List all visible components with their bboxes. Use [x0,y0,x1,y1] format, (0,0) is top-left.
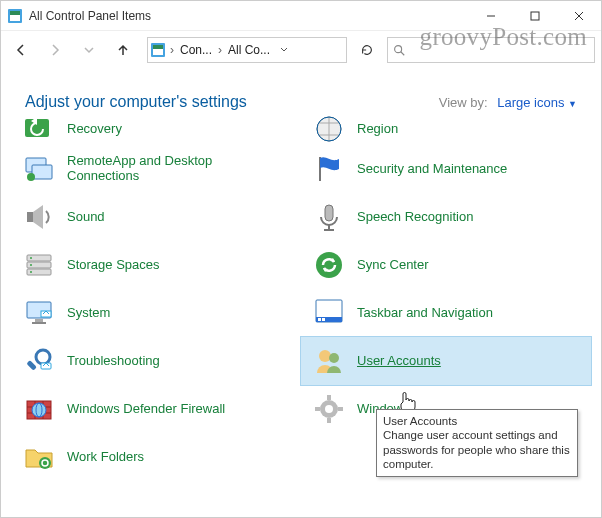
item-label: System [67,306,110,321]
item-label: User Accounts [357,354,441,369]
titlebar-left: All Control Panel Items [7,8,151,24]
item-troubleshooting[interactable]: Troubleshooting [11,337,301,385]
svg-rect-2 [10,11,20,15]
svg-point-17 [27,173,35,181]
item-security-maintenance[interactable]: Security and Maintenance [301,145,591,193]
svg-point-27 [30,264,32,266]
view-by: View by: Large icons ▼ [439,95,577,110]
item-user-accounts[interactable]: User Accounts [301,337,591,385]
breadcrumb-dropdown[interactable] [274,43,294,57]
svg-rect-32 [32,322,46,324]
minimize-button[interactable] [469,1,513,31]
item-label: Storage Spaces [67,258,160,273]
folder-sync-icon [23,441,55,473]
svg-point-38 [36,350,50,364]
item-system[interactable]: System [11,289,301,337]
svg-rect-36 [318,318,321,321]
svg-rect-55 [338,407,343,411]
chevron-down-icon: ▼ [568,98,577,108]
item-label: RemoteApp and Desktop Connections [67,154,257,184]
breadcrumb[interactable]: › Con... › All Co... [147,37,347,63]
sync-icon [313,249,345,281]
item-label: Sound [67,210,105,225]
item-label: Sync Center [357,258,429,273]
search-input[interactable] [387,37,595,63]
tooltip-body: Change user account settings and passwor… [383,428,571,471]
item-taskbar-navigation[interactable]: Taskbar and Navigation [301,289,591,337]
speaker-icon [23,201,55,233]
svg-point-41 [319,350,331,362]
svg-point-10 [395,46,402,53]
page-title: Adjust your computer's settings [25,93,247,111]
svg-rect-54 [315,407,320,411]
svg-point-42 [329,353,339,363]
window-title: All Control Panel Items [29,9,151,23]
svg-rect-19 [27,212,33,222]
svg-rect-40 [41,363,51,369]
svg-rect-16 [32,165,52,179]
svg-rect-31 [35,319,43,322]
viewby-label: View by: [439,95,488,110]
item-windows-defender-firewall[interactable]: Windows Defender Firewall [11,385,301,433]
item-recovery[interactable]: Recovery [11,113,301,145]
svg-rect-39 [26,360,37,371]
item-sync-center[interactable]: Sync Center [301,241,591,289]
svg-point-28 [30,271,32,273]
chevron-right-icon[interactable]: › [216,43,224,57]
remoteapp-icon [23,153,55,185]
region-icon [313,113,345,145]
item-label: Windows Defender Firewall [67,402,225,417]
svg-line-11 [401,52,405,56]
chevron-right-icon[interactable]: › [168,43,176,57]
flag-icon [313,153,345,185]
svg-rect-20 [325,205,333,221]
viewby-dropdown[interactable]: Large icons ▼ [497,95,577,110]
item-label: Taskbar and Navigation [357,306,493,321]
back-button[interactable] [7,36,35,64]
item-label: Recovery [67,122,122,137]
recent-locations-button[interactable] [75,36,103,64]
item-label: Security and Maintenance [357,162,507,177]
microphone-icon [313,201,345,233]
item-region[interactable]: Region [301,113,591,145]
svg-rect-37 [322,318,325,321]
svg-rect-53 [327,418,331,423]
navbar: › Con... › All Co... [1,31,601,69]
firewall-icon [23,393,55,425]
maximize-button[interactable] [513,1,557,31]
taskbar-icon [313,297,345,329]
item-work-folders[interactable]: Work Folders [11,433,301,481]
tooltip: User Accounts Change user account settin… [376,409,578,477]
refresh-button[interactable] [353,37,381,63]
breadcrumb-item-current[interactable]: All Co... [224,43,274,57]
search-icon [392,43,406,57]
item-label: Work Folders [67,450,144,465]
svg-rect-9 [153,45,163,49]
breadcrumb-icon [148,40,168,60]
svg-point-26 [30,257,32,259]
users-icon [313,345,345,377]
recovery-icon [23,113,55,145]
item-storage-spaces[interactable]: Storage Spaces [11,241,301,289]
breadcrumb-item-root[interactable]: Con... [176,43,216,57]
svg-point-29 [316,252,342,278]
forward-button[interactable] [41,36,69,64]
close-button[interactable] [557,1,601,31]
storage-icon [23,249,55,281]
window-buttons [469,1,601,31]
gear-icon [313,393,345,425]
svg-rect-33 [41,311,51,317]
item-remoteapp[interactable]: RemoteApp and Desktop Connections [11,145,301,193]
item-label: Speech Recognition [357,210,473,225]
svg-point-48 [32,403,46,417]
item-speech-recognition[interactable]: Speech Recognition [301,193,591,241]
item-label: Region [357,122,398,137]
item-sound[interactable]: Sound [11,193,301,241]
svg-rect-52 [327,395,331,400]
troubleshooting-icon [23,345,55,377]
svg-point-56 [39,457,51,469]
item-label: Troubleshooting [67,354,160,369]
up-button[interactable] [109,36,137,64]
system-icon [23,297,55,329]
tooltip-title: User Accounts [383,414,571,428]
